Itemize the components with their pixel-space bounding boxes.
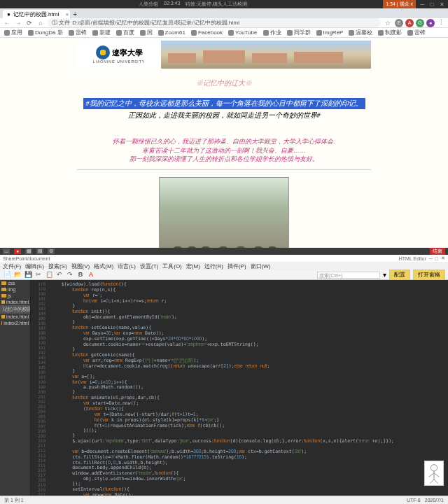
- back-button[interactable]: ←: [3, 20, 11, 27]
- bookmark-item[interactable]: Zoom61: [158, 29, 186, 36]
- browser-tab-active[interactable]: ● 记忆中的校园.html ×: [3, 10, 70, 18]
- paragraph-2: 怀着一颗憧憬已久的心，我迈进了那神圣、自由的大学殿堂，大学入学心得体会. 寒窗苦…: [77, 137, 371, 164]
- forward-button[interactable]: →: [14, 20, 22, 27]
- bookmark-item[interactable]: YouTube: [228, 29, 257, 36]
- record-icon[interactable]: ●: [14, 248, 21, 254]
- recorder-badge: 1:34 | 观众 x: [383, 0, 416, 8]
- url-input[interactable]: ① 文件 D:/桌面/前端填报/记忆中的校园/记忆复原/我记录/记忆中的校园.h…: [48, 18, 381, 27]
- bookmark-item[interactable]: 雷锋: [407, 29, 426, 36]
- profile-avatar[interactable]: ●: [426, 19, 435, 27]
- open-pane-button[interactable]: 打开窗格: [413, 270, 445, 280]
- page-subtitle: ※记忆中的辽大※: [77, 78, 371, 88]
- menu-item[interactable]: 语言(L): [118, 262, 136, 270]
- menu-item[interactable]: 编辑(E): [25, 262, 44, 270]
- browser-address-bar: ← → ⟳ ⌂ ① 文件 D:/桌面/前端填报/记忆中的校园/记忆复原/我记录/…: [0, 18, 448, 28]
- svg-line-2: [429, 473, 434, 477]
- undo-icon[interactable]: ↶: [55, 271, 64, 279]
- menu-item[interactable]: 视图(V): [71, 262, 90, 270]
- bookmark-item[interactable]: 新建: [92, 29, 111, 36]
- minimize-button[interactable]: ─: [419, 1, 426, 7]
- color-icon[interactable]: A: [87, 271, 95, 279]
- menu-item[interactable]: 设置(T): [140, 262, 158, 270]
- menu-item[interactable]: 搜索(S): [48, 262, 67, 270]
- bold-icon[interactable]: B: [76, 271, 85, 279]
- menu-item[interactable]: 格式(M): [94, 262, 113, 270]
- ext-icon[interactable]: A: [405, 19, 414, 27]
- close-button[interactable]: ✕: [438, 1, 445, 7]
- file-tree-item[interactable]: 记忆中的校园: [0, 305, 30, 314]
- menu-item[interactable]: 运行(R): [204, 262, 223, 270]
- end-button[interactable]: 结束: [430, 248, 445, 255]
- bookmark-item[interactable]: DongDa 新: [28, 29, 63, 36]
- menu-item[interactable]: 插件(P): [227, 262, 246, 270]
- home-button[interactable]: ⌂: [36, 20, 45, 27]
- ide-file-tree[interactable]: cssimgjsindex.html记忆中的校园index.htmlindex2…: [0, 280, 31, 496]
- bookmark-item[interactable]: 雷锋: [69, 29, 87, 36]
- tab-title: 记忆中的校园.html: [13, 10, 59, 18]
- bookmark-item[interactable]: 百度: [116, 29, 134, 36]
- svg-line-3: [434, 473, 439, 477]
- bookmark-item[interactable]: 制度影: [378, 29, 402, 36]
- page-viewport: 遼寧大學 LIAONING UNIVERSITY ※记忆中的辽大※ #我的记忆之…: [0, 38, 448, 248]
- new-file-icon[interactable]: 📄: [3, 271, 11, 279]
- config-button[interactable]: 配置: [389, 270, 410, 280]
- ide-status-bar: 第 1 列 1 UTF-8 2020/7/1: [0, 496, 448, 504]
- code-content[interactable]: $(window).load(function(){ function rep(…: [48, 280, 448, 496]
- ide-minimize-icon[interactable]: ─: [429, 256, 433, 261]
- bookmark-item[interactable]: 作业: [263, 29, 281, 36]
- browser-tab-strip: ● 记忆中的校园.html × +: [0, 8, 448, 18]
- devtools-bar: ▭ ● ▦ ▤ ⚙ 结束: [0, 248, 448, 255]
- new-tab-button[interactable]: +: [70, 10, 80, 18]
- star-icon[interactable]: ☆: [384, 20, 392, 27]
- banner: 遼寧大學 LIAONING UNIVERSITY: [77, 41, 371, 69]
- devtool-btn[interactable]: ⚙: [48, 248, 55, 254]
- devtool-btn[interactable]: ▦: [25, 248, 32, 254]
- ide-maximize-icon[interactable]: □: [435, 256, 438, 261]
- tab-close-icon[interactable]: ×: [66, 11, 69, 18]
- cut-icon[interactable]: ✂: [34, 271, 43, 279]
- bookmark-item[interactable]: 国: [140, 29, 153, 36]
- extension-icons: E A G ● ⋮: [395, 19, 445, 27]
- bookmark-item[interactable]: Facebook: [191, 29, 223, 36]
- bookmark-item[interactable]: 应用: [4, 29, 22, 36]
- os-titlebar: 人类分组 02:3:43 特效:无暂停,镜头人工法检测 1:34 | 观众 x …: [0, 0, 448, 8]
- code-editor[interactable]: 178 179 180 181 182 183 184 185 186 187 …: [31, 280, 448, 496]
- menu-item[interactable]: 窗口(W): [251, 262, 271, 270]
- file-tree-item[interactable]: index2.html: [0, 320, 30, 326]
- recorder-status: 人类分组 02:3:43 特效:无暂停,镜头人工法检测: [139, 1, 247, 8]
- search-nav-icon[interactable]: ▾: [383, 271, 386, 279]
- file-tree-item[interactable]: js: [0, 293, 30, 299]
- devtool-btn[interactable]: ▤: [36, 248, 43, 254]
- svg-line-5: [434, 479, 438, 484]
- maximize-button[interactable]: □: [428, 1, 435, 7]
- menu-icon[interactable]: ⋮: [437, 19, 445, 27]
- ide-mode: HTML Editor: [399, 256, 426, 261]
- bookmark-item[interactable]: 温馨校: [349, 29, 372, 36]
- redo-icon[interactable]: ↷: [66, 271, 74, 279]
- file-tree-item[interactable]: img: [0, 286, 30, 293]
- file-tree-item[interactable]: index.html: [0, 314, 30, 320]
- logo-text-en: LIAONING UNIVERSITY: [93, 59, 145, 64]
- ext-icon[interactable]: E: [395, 19, 403, 27]
- bookmarks-bar: 应用DongDa 新雷锋新建百度国Zoom61FacebookYouTube作业…: [0, 28, 448, 38]
- open-icon[interactable]: 📂: [13, 271, 22, 279]
- ext-icon[interactable]: G: [416, 19, 424, 27]
- url-prefix: ① 文件: [52, 19, 70, 27]
- bookmark-item[interactable]: ImgReP: [316, 29, 344, 36]
- menu-item[interactable]: 文件(F): [3, 262, 21, 270]
- svg-line-4: [430, 479, 434, 484]
- menu-item[interactable]: 宏(M): [186, 262, 200, 270]
- ide-search-input[interactable]: 搜索(Ctrl+): [317, 272, 380, 279]
- inspect-icon[interactable]: ▭: [3, 248, 10, 254]
- assistant-mascot-icon[interactable]: [424, 461, 444, 486]
- reload-button[interactable]: ⟳: [25, 20, 34, 27]
- menu-item[interactable]: 工具(O): [162, 262, 182, 270]
- ide-toolbar: 📄 📂 💾 ✂ 📋 ↶ ↷ B A 搜索(Ctrl+) ▾ 配置 打开窗格: [0, 270, 448, 280]
- bookmark-item[interactable]: 同学群: [287, 29, 311, 36]
- divider: [77, 169, 371, 170]
- ide-close-icon[interactable]: ✕: [441, 255, 445, 261]
- save-icon[interactable]: 💾: [24, 271, 32, 279]
- copy-icon[interactable]: 📋: [45, 271, 53, 279]
- file-tree-item[interactable]: index.html: [0, 299, 30, 305]
- file-tree-item[interactable]: css: [0, 280, 30, 286]
